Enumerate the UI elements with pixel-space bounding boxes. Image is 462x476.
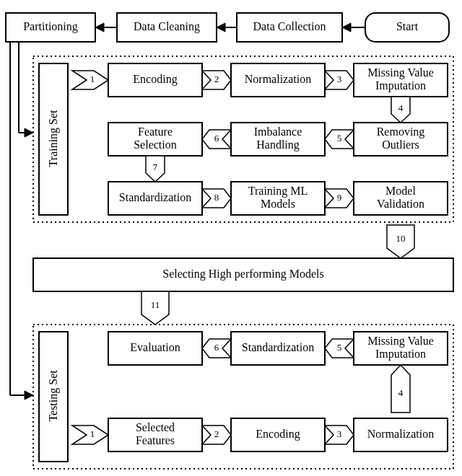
svg-text:6: 6 (214, 133, 219, 144)
chevron-test-3: 3 (325, 426, 354, 444)
selected-features-node: Selected Features (108, 418, 202, 451)
chevron-test-2: 2 (202, 426, 231, 444)
mvi-test-node: Missing Value Imputation (354, 332, 448, 365)
start-label: Start (396, 20, 419, 32)
svg-text:8: 8 (214, 192, 219, 203)
partitioning-label: Partitioning (23, 20, 78, 33)
imbalance-node: Imbalance Handling (231, 123, 325, 156)
arrow-collection-to-cleaning (217, 23, 237, 32)
testing-set-label: Testing Set (47, 370, 60, 422)
svg-text:Models: Models (261, 198, 295, 210)
normalization-test-node: Normalization (354, 418, 448, 451)
data-cleaning-node: Data Cleaning (117, 13, 217, 42)
svg-text:11: 11 (151, 299, 160, 310)
svg-text:Selection: Selection (134, 138, 177, 151)
svg-text:Imputation: Imputation (375, 348, 426, 361)
chevron-test-1: 1 (72, 426, 108, 444)
svg-text:Standardization: Standardization (242, 341, 314, 353)
svg-text:2: 2 (214, 74, 219, 84)
svg-text:10: 10 (396, 233, 406, 244)
svg-text:Imbalance: Imbalance (254, 125, 302, 138)
evaluation-node: Evaluation (108, 332, 202, 365)
encoding-test-node: Encoding (231, 418, 325, 451)
training-set-label-box: Training Set (39, 63, 68, 215)
chevron-train-8: 8 (202, 189, 231, 208)
svg-text:Encoding: Encoding (133, 73, 177, 86)
arrow-partition-to-testing (10, 42, 33, 400)
outliers-node: Removing Outliers (354, 123, 448, 156)
svg-text:Standardization: Standardization (119, 191, 191, 203)
chevron-test-4: 4 (391, 365, 410, 413)
svg-marker-12 (25, 128, 33, 137)
start-node: Start (365, 13, 449, 42)
svg-text:7: 7 (153, 162, 158, 172)
svg-text:Selecting High performing Mode: Selecting High performing Models (162, 268, 324, 281)
svg-text:Outliers: Outliers (382, 138, 419, 151)
feature-selection-node: Feature Selection (108, 123, 202, 156)
standardization-train-node: Standardization (108, 182, 202, 215)
trainml-node: Training ML Models (231, 182, 325, 215)
svg-marker-5 (342, 23, 351, 32)
chevron-train-4: 4 (391, 97, 410, 123)
svg-text:9: 9 (337, 192, 342, 203)
svg-text:Normalization: Normalization (245, 73, 311, 85)
data-cleaning-label: Data Cleaning (134, 20, 200, 33)
svg-text:Model: Model (385, 185, 416, 197)
mvi-train-node: Missing Value Imputation (354, 63, 448, 97)
svg-text:6: 6 (214, 342, 219, 353)
chevron-train-3: 3 (325, 71, 354, 89)
svg-text:5: 5 (337, 342, 342, 353)
svg-text:Removing: Removing (377, 125, 425, 138)
svg-text:3: 3 (337, 74, 342, 84)
svg-text:Missing Value: Missing Value (367, 66, 434, 79)
chevron-test-5: 5 (325, 339, 354, 358)
svg-text:4: 4 (398, 387, 404, 398)
svg-text:2: 2 (214, 428, 219, 439)
chevron-11: 11 (141, 291, 169, 325)
svg-text:Training ML: Training ML (248, 185, 308, 198)
svg-text:Selected: Selected (136, 421, 175, 433)
svg-text:Encoding: Encoding (256, 428, 300, 441)
svg-marker-7 (217, 23, 225, 32)
data-collection-node: Data Collection (237, 13, 342, 42)
chevron-train-2: 2 (202, 71, 231, 89)
normalization-train-node: Normalization (231, 63, 325, 97)
svg-text:Feature: Feature (138, 125, 173, 138)
svg-text:Imputation: Imputation (375, 79, 426, 92)
chevron-test-6: 6 (202, 339, 231, 358)
arrow-cleaning-to-partitioning (95, 23, 117, 32)
chevron-10: 10 (387, 225, 414, 258)
svg-text:1: 1 (90, 74, 95, 84)
chevron-train-9: 9 (325, 189, 354, 208)
chevron-train-6: 6 (202, 130, 231, 149)
svg-text:Features: Features (136, 434, 175, 446)
select-models-node: Selecting High performing Models (33, 258, 453, 291)
svg-marker-15 (25, 391, 33, 400)
svg-text:Normalization: Normalization (367, 428, 434, 440)
svg-marker-9 (95, 23, 104, 32)
validation-node: Model Validation (354, 182, 448, 215)
chevron-train-5: 5 (325, 130, 354, 149)
svg-text:1: 1 (90, 428, 95, 439)
data-collection-label: Data Collection (253, 20, 326, 32)
svg-text:Evaluation: Evaluation (130, 341, 180, 353)
standardization-test-node: Standardization (231, 332, 325, 365)
training-set-label: Training Set (47, 110, 60, 167)
testing-set-label-box: Testing Set (39, 332, 68, 462)
chevron-train-1: 1 (72, 71, 108, 89)
svg-text:5: 5 (337, 133, 342, 144)
svg-text:4: 4 (398, 102, 404, 113)
chevron-train-7: 7 (146, 156, 165, 182)
svg-text:3: 3 (337, 428, 342, 439)
partitioning-node: Partitioning (6, 13, 95, 42)
svg-text:Handling: Handling (256, 138, 300, 151)
svg-text:Validation: Validation (377, 198, 424, 210)
arrow-start-to-collection (342, 23, 365, 32)
encoding-train-node: Encoding (108, 63, 202, 97)
arrow-partition-to-training (19, 42, 33, 137)
svg-text:Missing Value: Missing Value (367, 335, 434, 348)
